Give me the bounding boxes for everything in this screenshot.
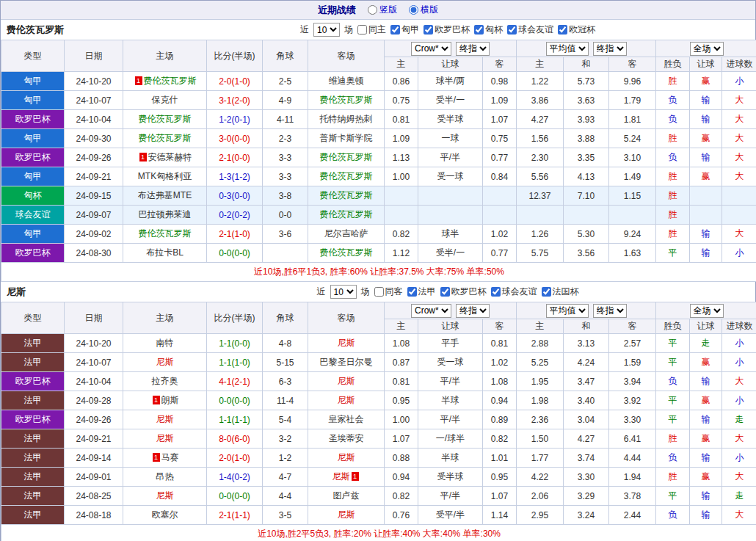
match-row: 欧罗巴杯24-08-30布拉卡BL0-0(0-0)费伦茨瓦罗斯1.12受半/一0… (1, 244, 756, 263)
match-row: 法甲24-09-141马赛2-0(1-0)1-2尼斯0.88半球1.011.77… (1, 449, 756, 468)
result-cell: 大 (722, 129, 756, 148)
header-controls: 平均值终指 (517, 302, 656, 319)
competition-filter-checkbox[interactable] (407, 287, 417, 297)
competition-filter[interactable]: 法甲 (407, 286, 436, 298)
team-name-text: 尼斯 (338, 338, 355, 348)
competition-filter-checkbox[interactable] (542, 287, 551, 297)
competition-filter-checkbox[interactable] (424, 25, 433, 35)
venue-filter[interactable]: 同主 (357, 23, 386, 36)
matches-label: 场 (361, 286, 370, 298)
odds-cell: 1.26 (517, 225, 564, 244)
match-row: 匈甲24-09-21MTK匈格利亚1-3(1-2)3-3费伦茨瓦罗斯1.00受一… (1, 167, 756, 186)
results-table: 类型日期主场比分(半场)角球客场Crow*终指平均值终指全场主让球客主和客胜负让… (1, 302, 756, 541)
venue-filter-checkbox[interactable] (357, 25, 367, 35)
match-row: 匈甲24-09-02费伦茨瓦罗斯2-1(1-0)3-6尼尔吉哈萨0.82球半1.… (1, 225, 756, 244)
average-stage-select[interactable]: 终指 (593, 304, 627, 318)
competition-filter[interactable]: 匈杯 (474, 23, 503, 36)
competition-filter-checkbox[interactable] (491, 287, 501, 297)
competition-filter[interactable]: 球会友谊 (507, 23, 553, 36)
vertical-radio[interactable] (368, 5, 377, 15)
odds-stage-select[interactable]: 终指 (456, 42, 490, 56)
average-select[interactable]: 平均值 (546, 42, 589, 56)
team-name-text: 尼斯 (338, 395, 355, 405)
odds-cell: 0.88 (385, 449, 418, 468)
corner-cell: 5-4 (263, 410, 308, 429)
date-cell: 24-10-04 (65, 110, 123, 129)
corner-cell: 11-4 (263, 391, 308, 410)
team-name-text: 尼斯 (338, 509, 355, 520)
odds-cell: 2.88 (517, 334, 564, 353)
match-count-select[interactable]: 10 (330, 285, 357, 299)
filter-bar: 近10场同主匈甲欧罗巴杯匈杯球会友谊欧冠杯 (140, 23, 755, 37)
team-name-text: 尼斯 (338, 452, 355, 462)
result-cell: 大 (722, 225, 756, 244)
odds-cell (385, 206, 418, 225)
away-team-cell: 费伦茨瓦罗斯 (308, 244, 385, 263)
venue-filter[interactable]: 同客 (374, 286, 403, 298)
venue-filter-checkbox[interactable] (374, 287, 384, 297)
competition-filter-checkbox[interactable] (390, 25, 400, 35)
odds-cell: 受平/半 (418, 506, 483, 525)
match-row: 欧罗巴杯24-10-04拉齐奥4-1(2-1)6-3尼斯0.81平/半1.081… (1, 372, 756, 391)
layout-vertical-option[interactable]: 竖版 (368, 4, 397, 16)
competition-filter[interactable]: 法国杯 (542, 286, 579, 298)
average-select[interactable]: 平均值 (546, 304, 589, 318)
away-team-cell: 费伦茨瓦罗斯 (308, 167, 385, 186)
result-cell (722, 186, 756, 206)
odds-company-select[interactable]: Crow* (411, 304, 451, 318)
team-name-text: 维迪奥顿 (329, 76, 364, 86)
team-name-text: 尼斯 (332, 471, 350, 482)
team-name-text: 费伦茨瓦罗斯 (139, 114, 192, 124)
odds-cell: 4.27 (564, 429, 609, 449)
layout-horizontal-option[interactable]: 横版 (409, 4, 438, 16)
league-cell: 匈甲 (1, 225, 65, 244)
date-cell: 24-10-04 (65, 372, 123, 391)
result-cell: 小 (722, 334, 756, 353)
average-stage-select[interactable]: 终指 (593, 42, 627, 56)
competition-filter[interactable]: 球会友谊 (491, 286, 537, 298)
competition-filter-checkbox[interactable] (440, 287, 450, 297)
team-title: 尼斯 (1, 286, 140, 299)
competition-filter[interactable]: 欧罗巴杯 (424, 23, 470, 36)
match-count-select[interactable]: 10 (313, 23, 340, 37)
competition-filter-checkbox[interactable] (474, 25, 484, 35)
match-row: 匈甲24-09-30费伦茨瓦罗斯3-0(0-0)2-3普斯卡斯学院1.09一球0… (1, 129, 756, 148)
odds-stage-select[interactable]: 终指 (456, 304, 490, 318)
result-cell: 赢 (690, 429, 722, 449)
odds-cell: 3.74 (564, 449, 609, 468)
header-controls: Crow*终指 (385, 302, 517, 319)
competition-filter[interactable]: 匈甲 (390, 23, 419, 36)
header-controls: 平均值终指 (517, 40, 656, 57)
filter-label: 同主 (368, 23, 386, 36)
date-cell: 24-10-07 (65, 91, 123, 110)
scope-select[interactable]: 全场 (690, 42, 724, 56)
league-cell: 匈杯 (1, 186, 65, 206)
odds-company-select[interactable]: Crow* (411, 42, 451, 56)
odds-cell: 平/半 (418, 148, 483, 167)
red-card-badge: 1 (153, 396, 160, 404)
horizontal-radio[interactable] (409, 5, 418, 15)
odds-cell: 5.56 (517, 167, 564, 186)
result-cell: 胜 (656, 186, 690, 206)
odds-cell: 1.63 (609, 244, 656, 263)
competition-filter-checkbox[interactable] (558, 25, 567, 35)
section-header: 费伦茨瓦罗斯近10场同主匈甲欧罗巴杯匈杯球会友谊欧冠杯 (1, 20, 755, 40)
filter-label: 欧罗巴杯 (435, 23, 470, 36)
competition-filter-checkbox[interactable] (507, 25, 517, 35)
column-subheader: 让球 (418, 319, 483, 334)
odds-cell: 3.04 (564, 410, 609, 429)
odds-cell: 3.78 (609, 487, 656, 506)
odds-cell: 受一球 (418, 353, 483, 372)
match-row: 球会友谊24-09-07巴拉顿弗莱迪0-2(0-2)0-0费伦茨瓦罗斯胜 (1, 206, 756, 225)
odds-cell: 5.75 (517, 244, 564, 263)
odds-cell: 0.76 (385, 506, 418, 525)
team-name-text: 朗斯 (161, 395, 179, 405)
result-cell: 小 (722, 244, 756, 263)
result-cell (690, 206, 722, 225)
result-cell: 输 (690, 449, 722, 468)
odds-cell: 7.10 (564, 186, 609, 206)
competition-filter[interactable]: 欧罗巴杯 (440, 286, 487, 298)
competition-filter[interactable]: 欧冠杯 (558, 23, 595, 36)
scope-select[interactable]: 全场 (690, 304, 724, 318)
away-team-cell: 普斯卡斯学院 (308, 129, 385, 148)
